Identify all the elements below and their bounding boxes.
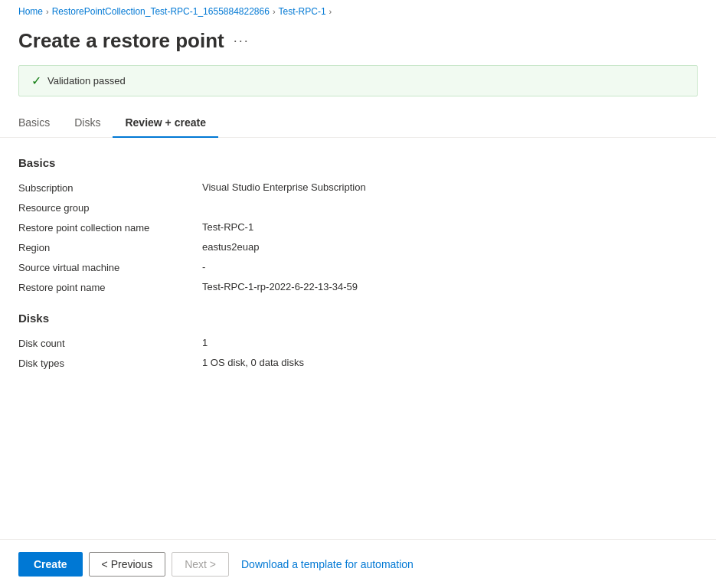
field-value-disk-count: 1 bbox=[202, 337, 208, 348]
main-content: Basics Subscription Visual Studio Enterp… bbox=[0, 138, 716, 453]
field-value-source-vm: - bbox=[202, 261, 205, 273]
breadcrumb-home[interactable]: Home bbox=[18, 6, 43, 17]
field-label-restore-point-name: Restore point name bbox=[18, 281, 202, 293]
field-subscription: Subscription Visual Studio Enterprise Su… bbox=[18, 181, 698, 194]
field-disk-types: Disk types 1 OS disk, 0 data disks bbox=[18, 357, 698, 369]
next-button: Next > bbox=[172, 552, 229, 577]
breadcrumb-sep-2: › bbox=[273, 7, 276, 16]
field-label-resource-group: Resource group bbox=[18, 201, 202, 214]
field-collection-name: Restore point collection name Test-RPC-1 bbox=[18, 221, 698, 234]
page-title: Create a restore point bbox=[18, 29, 224, 53]
field-source-vm: Source virtual machine - bbox=[18, 261, 698, 273]
tab-basics[interactable]: Basics bbox=[18, 109, 62, 138]
validation-message: Validation passed bbox=[47, 75, 126, 87]
field-value-disk-types: 1 OS disk, 0 data disks bbox=[202, 357, 304, 368]
previous-button[interactable]: < Previous bbox=[89, 552, 166, 577]
breadcrumb: Home › RestorePointCollection_Test-RPC-1… bbox=[0, 0, 716, 23]
validation-banner: ✓ Validation passed bbox=[18, 65, 698, 96]
breadcrumb-sep-1: › bbox=[46, 7, 49, 16]
more-options-button[interactable]: ··· bbox=[234, 33, 250, 49]
disks-section-title: Disks bbox=[18, 312, 698, 325]
basics-section-title: Basics bbox=[18, 156, 698, 169]
page-title-row: Create a restore point ··· bbox=[0, 23, 716, 65]
field-region: Region eastus2euap bbox=[18, 241, 698, 253]
field-label-disk-types: Disk types bbox=[18, 357, 202, 369]
download-template-link[interactable]: Download a template for automation bbox=[235, 558, 420, 570]
breadcrumb-rpc[interactable]: Test-RPC-1 bbox=[279, 6, 326, 17]
validation-icon: ✓ bbox=[31, 74, 41, 88]
tab-disks[interactable]: Disks bbox=[62, 109, 113, 138]
field-resource-group: Resource group bbox=[18, 201, 698, 214]
field-value-restore-point-name: Test-RPC-1-rp-2022-6-22-13-34-59 bbox=[202, 281, 358, 292]
field-label-source-vm: Source virtual machine bbox=[18, 261, 202, 273]
field-value-subscription: Visual Studio Enterprise Subscription bbox=[202, 181, 366, 193]
field-label-subscription: Subscription bbox=[18, 181, 202, 194]
field-disk-count: Disk count 1 bbox=[18, 337, 698, 349]
tabs: Basics Disks Review + create bbox=[0, 109, 716, 138]
field-label-collection-name: Restore point collection name bbox=[18, 221, 202, 234]
footer: Create < Previous Next > Download a temp… bbox=[0, 539, 716, 588]
breadcrumb-collection[interactable]: RestorePointCollection_Test-RPC-1_165588… bbox=[52, 6, 270, 17]
field-value-collection-name: Test-RPC-1 bbox=[202, 221, 253, 233]
field-label-disk-count: Disk count bbox=[18, 337, 202, 349]
field-restore-point-name: Restore point name Test-RPC-1-rp-2022-6-… bbox=[18, 281, 698, 293]
field-value-region: eastus2euap bbox=[202, 241, 259, 253]
tab-review-create[interactable]: Review + create bbox=[113, 109, 217, 138]
breadcrumb-sep-3: › bbox=[329, 7, 332, 16]
field-label-region: Region bbox=[18, 241, 202, 253]
create-button[interactable]: Create bbox=[18, 552, 83, 577]
